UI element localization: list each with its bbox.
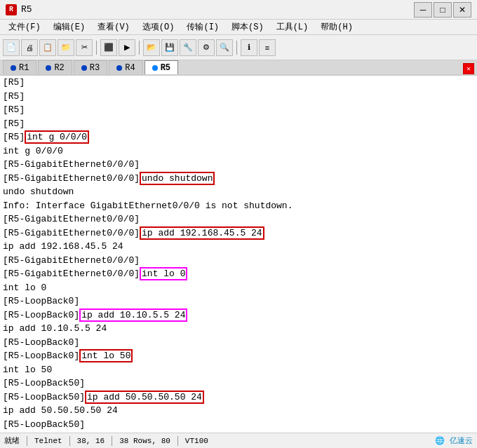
- minimize-button[interactable]: ─: [414, 2, 432, 18]
- terminal-line-27: [R5-LoopBack50]: [3, 376, 474, 391]
- terminal-line-6: [R5]: [3, 103, 474, 117]
- toolbar-btn-7[interactable]: ▶: [119, 39, 135, 56]
- highlight-box-22: ip add 10.10.5.5 24: [79, 308, 187, 322]
- menu-script[interactable]: 脚本(S): [226, 20, 269, 34]
- terminal-line-10: int g 0/0/0: [3, 144, 474, 158]
- highlight-box-25: int lo 50: [79, 349, 133, 362]
- terminal-line-13: undo shutdown: [3, 185, 474, 199]
- tab-r1[interactable]: R1: [3, 60, 36, 74]
- menu-edit[interactable]: 编辑(E): [48, 20, 91, 34]
- tab-r1-dot: [11, 65, 16, 71]
- terminal-line-11: [R5-GigabitEthernet0/0/0]: [3, 158, 474, 172]
- toolbar-btn-1[interactable]: 📄: [3, 39, 20, 56]
- terminal-line-21: [R5-LoopBack0]: [3, 294, 474, 308]
- highlight-box-19: int lo 0: [140, 267, 187, 280]
- app-icon: R: [6, 4, 17, 15]
- tab-r4-dot: [116, 65, 122, 71]
- tabs-bar: R1 R2 R3 R4 R5 ✕: [0, 60, 477, 76]
- terminal-line-19: [R5-GigabitEthernet0/0/0]int lo 0: [3, 267, 474, 281]
- menu-tools[interactable]: 工具(L): [271, 20, 314, 34]
- tab-r5-label: R5: [161, 63, 170, 73]
- tab-r2[interactable]: R2: [38, 60, 72, 74]
- toolbar-sep-1: [96, 41, 97, 55]
- toolbar-btn-2[interactable]: 🖨: [21, 39, 38, 56]
- toolbar-btn-12[interactable]: 🔍: [216, 39, 233, 56]
- status-sep-3: [112, 436, 112, 446]
- terminal-line-9: [R5]int g 0/0/0: [3, 130, 474, 144]
- terminal-line-12: [R5-GigabitEthernet0/0/0]undo shutdown: [3, 172, 474, 186]
- toolbar-btn-11[interactable]: ⚙: [198, 39, 215, 56]
- toolbar-btn-6[interactable]: ⬛: [100, 39, 117, 56]
- toolbar-btn-8[interactable]: 📂: [143, 39, 160, 56]
- tab-r2-label: R2: [54, 63, 64, 73]
- tab-r2-dot: [46, 65, 51, 71]
- terminal-line-8: [R5]: [3, 117, 474, 131]
- status-protocol: Telnet: [34, 437, 62, 445]
- status-sep-4: [177, 436, 178, 446]
- terminal-line-28: [R5-LoopBack50]ip add 50.50.50.50 24: [3, 391, 474, 405]
- terminal-line-4: [R5]: [3, 76, 474, 90]
- highlight-box-28: ip add 50.50.50.50 24: [85, 391, 204, 404]
- tab-r5-dot: [152, 65, 158, 71]
- close-button[interactable]: ✕: [453, 2, 471, 18]
- terminal[interactable]: [R5][R5][R5][R5][R5][R5][R5]int g 0/0/0i…: [0, 76, 477, 433]
- terminal-line-17: ip add 192.168.45.5 24: [3, 240, 474, 254]
- terminal-line-29: ip add 50.50.50.50 24: [3, 404, 474, 418]
- terminal-line-15: [R5-GigabitEthernet0/0/0]: [3, 212, 474, 226]
- menu-options[interactable]: 选项(O): [137, 20, 180, 34]
- tab-r5[interactable]: R5: [145, 60, 178, 74]
- toolbar-btn-14[interactable]: ≡: [259, 39, 276, 56]
- tab-r1-label: R1: [19, 63, 29, 73]
- terminal-line-25: [R5-LoopBack0]int lo 50: [3, 349, 474, 363]
- title-text: R5: [21, 4, 32, 15]
- toolbar-btn-5[interactable]: ✂: [76, 39, 93, 56]
- status-logo: 🌐 亿速云: [435, 435, 473, 446]
- status-encoding: VT100: [185, 437, 208, 445]
- status-sep-2: [69, 436, 70, 446]
- terminal-line-14: Info: Interface GigabitEthernet0/0/0 is …: [3, 199, 474, 213]
- tab-r3-dot: [81, 65, 87, 71]
- terminal-line-23: ip add 10.10.5.5 24: [3, 322, 474, 336]
- menu-file[interactable]: 文件(F): [3, 20, 46, 34]
- status-rows: 38 Rows, 80: [119, 437, 170, 445]
- status-position: 38, 16: [77, 437, 105, 445]
- terminal-line-22: [R5-LoopBack0]ip add 10.10.5.5 24: [3, 308, 474, 323]
- highlight-box-16: ip add 192.168.45.5 24: [140, 226, 264, 240]
- toolbar-btn-4[interactable]: 📁: [58, 39, 74, 56]
- tab-r4[interactable]: R4: [109, 60, 142, 74]
- tab-r3[interactable]: R3: [74, 60, 107, 74]
- terminal-line-26: int lo 50: [3, 363, 474, 377]
- highlight-box-9: int g 0/0/0: [25, 130, 89, 144]
- menu-help[interactable]: 帮助(H): [315, 20, 358, 34]
- maximize-button[interactable]: □: [434, 2, 452, 18]
- title-bar-left: R R5: [6, 4, 32, 15]
- tab-r4-label: R4: [125, 63, 135, 73]
- toolbar-btn-13[interactable]: ℹ: [241, 39, 257, 56]
- terminal-line-5: [R5]: [3, 90, 474, 104]
- tab-r3-label: R3: [90, 63, 100, 73]
- toolbar-btn-3[interactable]: 📋: [39, 39, 56, 56]
- terminal-line-16: [R5-GigabitEthernet0/0/0]ip add 192.168.…: [3, 226, 474, 240]
- toolbar-sep-2: [139, 41, 140, 55]
- menu-bar: 文件(F) 编辑(E) 查看(V) 选项(O) 传输(I) 脚本(S) 工具(L…: [0, 20, 477, 35]
- menu-view[interactable]: 查看(V): [92, 20, 135, 34]
- close-tab-button[interactable]: ✕: [463, 63, 474, 74]
- toolbar-sep-3: [236, 41, 237, 55]
- terminal-line-30: [R5-LoopBack50]: [3, 418, 474, 432]
- menu-transfer[interactable]: 传输(I): [181, 20, 224, 34]
- status-sep-1: [27, 436, 27, 446]
- title-bar-controls: ─ □ ✕: [414, 2, 471, 18]
- toolbar: 📄 🖨 📋 📁 ✂ ⬛ ▶ 📂 💾 🔧 ⚙ 🔍 ℹ ≡: [0, 35, 477, 60]
- toolbar-btn-9[interactable]: 💾: [161, 39, 178, 56]
- toolbar-btn-10[interactable]: 🔧: [180, 39, 196, 56]
- terminal-line-18: [R5-GigabitEthernet0/0/0]: [3, 254, 474, 268]
- title-bar: R R5 ─ □ ✕: [0, 0, 477, 20]
- highlight-box-12: undo shutdown: [140, 172, 215, 185]
- content-area: [R5][R5][R5][R5][R5][R5][R5]int g 0/0/0i…: [0, 76, 477, 433]
- status-bar: 就绪 Telnet 38, 16 38 Rows, 80 VT100 🌐 亿速云: [0, 433, 477, 448]
- terminal-line-20: int lo 0: [3, 281, 474, 295]
- terminal-line-24: [R5-LoopBack0]: [3, 336, 474, 350]
- status-ready: 就绪: [4, 435, 20, 446]
